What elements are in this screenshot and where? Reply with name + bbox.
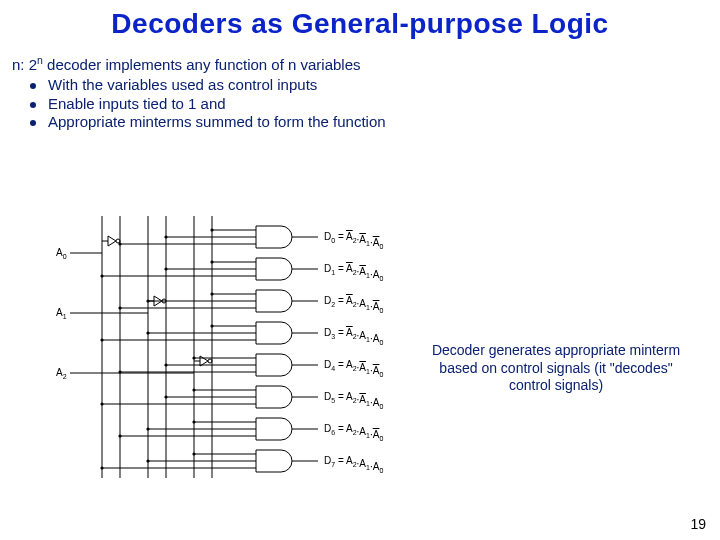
svg-text:A0: A0 bbox=[56, 247, 67, 260]
svg-text:D3 = A2·A1·A0: D3 = A2·A1·A0 bbox=[324, 327, 383, 346]
svg-point-64 bbox=[118, 370, 121, 373]
svg-point-86 bbox=[146, 459, 149, 462]
svg-point-44 bbox=[210, 292, 213, 295]
svg-point-54 bbox=[146, 331, 149, 334]
lead-suffix: decoder implements any function of n var… bbox=[43, 56, 361, 73]
svg-text:D2 = A2·A1·A0: D2 = A2·A1·A0 bbox=[324, 295, 383, 314]
lead-prefix: n: 2 bbox=[12, 56, 37, 73]
svg-point-68 bbox=[192, 388, 195, 391]
page-number: 19 bbox=[690, 516, 706, 532]
svg-point-80 bbox=[118, 434, 121, 437]
decoder-diagram: A0A1A2D0 = A2·A1·A0D1 = A2·A1·A0D2 = A2·… bbox=[46, 210, 676, 505]
svg-point-62 bbox=[164, 363, 167, 366]
svg-text:D5 = A2·A1·A0: D5 = A2·A1·A0 bbox=[324, 391, 383, 410]
svg-point-76 bbox=[192, 420, 195, 423]
bullet-list: With the variables used as control input… bbox=[30, 76, 710, 131]
svg-point-46 bbox=[146, 299, 149, 302]
svg-text:D1 = A2·A1·A0: D1 = A2·A1·A0 bbox=[324, 263, 383, 282]
svg-text:D6 = A2·A1·A0: D6 = A2·A1·A0 bbox=[324, 423, 383, 442]
svg-point-32 bbox=[118, 242, 121, 245]
svg-point-38 bbox=[164, 267, 167, 270]
svg-point-40 bbox=[100, 274, 103, 277]
svg-point-70 bbox=[164, 395, 167, 398]
list-item: With the variables used as control input… bbox=[30, 76, 710, 94]
svg-point-84 bbox=[192, 452, 195, 455]
svg-point-36 bbox=[210, 260, 213, 263]
svg-text:D7 = A2·A1·A0: D7 = A2·A1·A0 bbox=[324, 455, 383, 474]
svg-point-88 bbox=[100, 466, 103, 469]
svg-text:A1: A1 bbox=[56, 307, 67, 320]
list-item: Appropriate minterms summed to form the … bbox=[30, 113, 710, 131]
svg-point-30 bbox=[164, 235, 167, 238]
svg-point-48 bbox=[118, 306, 121, 309]
svg-point-60 bbox=[192, 356, 195, 359]
svg-point-52 bbox=[210, 324, 213, 327]
slide-title: Decoders as General-purpose Logic bbox=[0, 0, 720, 40]
list-item: Enable inputs tied to 1 and bbox=[30, 95, 710, 113]
diagram-note: Decoder generates appropriate minterm ba… bbox=[426, 342, 686, 395]
lead-line: n: 2n decoder implements any function of… bbox=[12, 54, 710, 74]
svg-text:D0 = A2·A1·A0: D0 = A2·A1·A0 bbox=[324, 231, 383, 250]
svg-text:A2: A2 bbox=[56, 367, 67, 380]
slide-body: n: 2n decoder implements any function of… bbox=[0, 40, 720, 131]
svg-point-78 bbox=[146, 427, 149, 430]
svg-point-28 bbox=[210, 228, 213, 231]
svg-text:D4 = A2·A1·A0: D4 = A2·A1·A0 bbox=[324, 359, 383, 378]
svg-point-72 bbox=[100, 402, 103, 405]
svg-point-56 bbox=[100, 338, 103, 341]
